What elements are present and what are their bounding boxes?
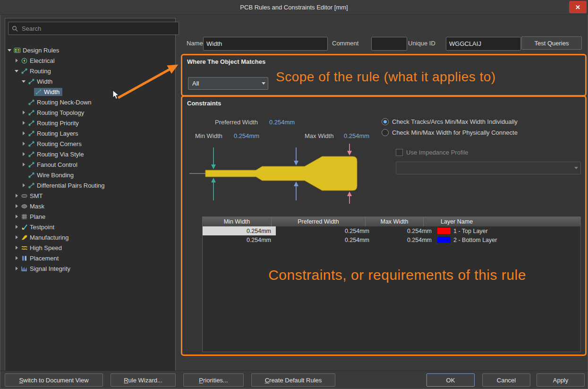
tree-item-label: Electrical	[30, 57, 55, 64]
tree-item-routing-neck-down[interactable]: Routing Neck-Down	[5, 97, 175, 107]
tree-item-fanout-control[interactable]: Fanout Control	[5, 159, 175, 170]
tree-item-width-group[interactable]: Width	[5, 76, 175, 86]
tree-item-mask[interactable]: Mask	[5, 201, 175, 211]
header-min-width[interactable]: Min Width	[203, 217, 272, 226]
tree-collapse-icon[interactable]	[13, 68, 20, 74]
tree-expand-icon[interactable]	[13, 213, 20, 220]
cell-layer-name[interactable]: 2 - Bottom Layer	[436, 235, 580, 244]
tree-item-routing-via-style[interactable]: Routing Via Style	[5, 149, 175, 159]
tree-expand-icon[interactable]	[20, 151, 27, 157]
unique-id-input[interactable]	[446, 37, 521, 51]
tree-item-routing-corners[interactable]: Routing Corners	[5, 138, 175, 149]
tree-item-content[interactable]: Placement	[20, 254, 61, 262]
tree-item-content[interactable]: Design Rules	[13, 46, 62, 54]
tree-item-content[interactable]: Width	[27, 78, 55, 86]
tree-item-content[interactable]: Routing Topology	[27, 109, 87, 117]
search-input[interactable]	[21, 25, 175, 33]
tree-item-wire-bonding[interactable]: Wire Bonding	[5, 170, 175, 180]
routing-icon	[28, 130, 35, 137]
tree-item-electrical[interactable]: Electrical	[5, 55, 175, 66]
cell-preferred-width[interactable]: 0.254mm	[276, 226, 374, 235]
apply-button[interactable]: Apply	[537, 373, 585, 387]
tree-expand-icon[interactable]	[13, 224, 20, 230]
cell-layer-name[interactable]: 1 - Top Layer	[436, 226, 580, 235]
tree-expand-icon[interactable]	[20, 182, 27, 189]
tree-expand-icon[interactable]	[13, 265, 20, 272]
tree-item-content[interactable]: Differential Pairs Routing	[27, 182, 108, 190]
tree-item-content[interactable]: Manufacturing	[20, 233, 71, 242]
tree-expand-icon[interactable]	[20, 120, 27, 126]
tree-item-content[interactable]: Routing Neck-Down	[27, 98, 94, 106]
header-max-width[interactable]: Max Width	[366, 217, 424, 226]
tree-item-content[interactable]: Testpoint	[20, 223, 57, 231]
tree-item-content[interactable]: Routing Via Style	[27, 150, 87, 158]
cell-min-width[interactable]: 0.254mm	[203, 235, 276, 244]
priorities-button[interactable]: Priorities...	[183, 373, 244, 387]
tree-item-content[interactable]: Signal Integrity	[20, 265, 73, 273]
radio-check-individually[interactable]: Check Tracks/Arcs Min/Max Width Individu…	[382, 118, 518, 125]
close-button[interactable]: ✕	[569, 1, 587, 13]
ok-button[interactable]: OK	[426, 373, 475, 387]
cell-max-width[interactable]: 0.254mm	[374, 226, 436, 235]
cancel-button[interactable]: Cancel	[482, 373, 530, 387]
tree-expand-icon[interactable]	[20, 130, 27, 137]
tree-item-signal-integrity[interactable]: Signal Integrity	[5, 263, 175, 274]
tree-item-placement[interactable]: Placement	[5, 253, 175, 263]
tree-collapse-icon[interactable]	[20, 78, 27, 85]
tree-expand-icon[interactable]	[20, 140, 27, 147]
tree-expand-icon[interactable]	[13, 244, 20, 251]
tree-item-content[interactable]: Routing	[20, 67, 54, 75]
tree-item-content[interactable]: Routing Layers	[27, 130, 81, 138]
tree-item-width-rule[interactable]: Width	[5, 86, 175, 97]
tree-expand-icon[interactable]	[13, 234, 20, 241]
tree-item-plane[interactable]: Plane	[5, 211, 175, 222]
tree-item-routing[interactable]: Routing	[5, 66, 175, 76]
scope-section: Where The Object Matches All Scope of th…	[181, 54, 587, 96]
cell-min-width[interactable]: 0.254mm	[203, 226, 276, 235]
tree-item-content[interactable]: Width	[34, 88, 62, 96]
tree-item-content[interactable]: High Speed	[20, 244, 65, 252]
tree-item-routing-topology[interactable]: Routing Topology	[5, 107, 175, 118]
radio-check-connected[interactable]: Check Min/Max Width for Physically Conne…	[382, 129, 518, 136]
tree-item-content[interactable]: Wire Bonding	[27, 171, 77, 179]
tree-item-routing-layers[interactable]: Routing Layers	[5, 128, 175, 138]
tree-expand-icon[interactable]	[13, 57, 20, 64]
table-row[interactable]: 0.254mm0.254mm0.254mm1 - Top Layer	[203, 226, 580, 235]
header-preferred-width[interactable]: Preferred Width	[272, 217, 366, 226]
tree-item-testpoint[interactable]: Testpoint	[5, 222, 175, 232]
header-layer-name[interactable]: Layer Name	[424, 217, 580, 226]
tree-expand-icon[interactable]	[20, 161, 27, 168]
tree-item-smt[interactable]: SMT	[5, 190, 175, 201]
tree-item-content[interactable]: Routing Corners	[27, 140, 85, 148]
use-impedance-profile-checkbox[interactable]: Use Impedance Profile	[396, 149, 469, 156]
tree-item-content[interactable]: Electrical	[20, 57, 58, 65]
impedance-profile-dropdown[interactable]	[396, 162, 581, 174]
tree-item-differential-pairs-routing[interactable]: Differential Pairs Routing	[5, 180, 175, 190]
cell-preferred-width[interactable]: 0.254mm	[276, 235, 374, 244]
tree-expand-icon[interactable]	[13, 192, 20, 199]
comment-input[interactable]	[371, 37, 407, 51]
tree-item-routing-priority[interactable]: Routing Priority	[5, 118, 175, 128]
tree-item-content[interactable]: Mask	[20, 202, 47, 210]
tree-collapse-icon[interactable]	[6, 47, 13, 53]
tree-item-content[interactable]: SMT	[20, 192, 45, 200]
tree-item-manufacturing[interactable]: Manufacturing	[5, 232, 175, 242]
tree-item-content[interactable]: Routing Priority	[27, 119, 82, 127]
tree-item-design-rules[interactable]: Design Rules	[5, 45, 175, 55]
tree-item-high-speed[interactable]: High Speed	[5, 242, 175, 253]
switch-to-document-view-button[interactable]: Switch to Document View	[5, 373, 103, 387]
tree-expand-icon[interactable]	[20, 109, 27, 116]
table-row[interactable]: 0.254mm0.254mm0.254mm2 - Bottom Layer	[203, 235, 580, 244]
rule-wizard-button[interactable]: Rule Wizard...	[111, 373, 176, 387]
tree-item-content[interactable]: Fanout Control	[27, 161, 80, 169]
tree-expand-icon[interactable]	[13, 255, 20, 261]
cell-max-width[interactable]: 0.254mm	[374, 235, 436, 244]
scope-match-dropdown[interactable]: All	[188, 77, 268, 90]
placement-icon	[21, 255, 28, 262]
name-input[interactable]	[203, 37, 328, 51]
test-queries-button[interactable]: Test Queries	[521, 36, 582, 50]
tree-item-content[interactable]: Plane	[20, 213, 48, 221]
create-default-rules-button[interactable]: Create Default Rules	[251, 373, 335, 387]
tree-expand-icon[interactable]	[13, 203, 20, 209]
tree-item-label: Mask	[30, 203, 44, 210]
